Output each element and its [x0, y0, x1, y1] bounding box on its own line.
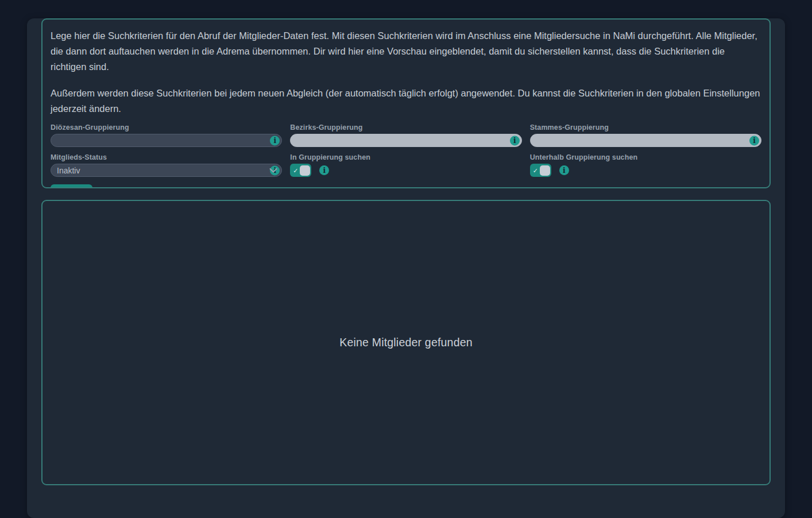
intro-paragraph-2: Außerdem werden diese Suchkriterien bei … [51, 86, 761, 117]
empty-results-message: Keine Mitglieder gefunden [339, 336, 473, 349]
results-panel: Keine Mitglieder gefunden [41, 200, 771, 485]
dioezesan-gruppierung-input[interactable] [51, 134, 282, 147]
bezirks-info-icon[interactable]: i [510, 136, 520, 145]
bezirks-gruppierung-input[interactable] [290, 134, 521, 147]
mitglieds-status-wrap: Inaktiv i [51, 164, 282, 177]
unterhalb-gruppierung-toggle[interactable]: ✓ [530, 164, 551, 177]
stammes-gruppierung-label: Stammes-Gruppierung [530, 123, 761, 132]
stammes-gruppierung-input[interactable] [530, 134, 761, 147]
mitglieds-status-value: Inaktiv [57, 166, 80, 175]
unterhalb-toggle-row: ✓ i [530, 164, 761, 177]
in-gruppierung-toggle-row: ✓ i [290, 164, 521, 177]
intro-paragraph-1: Lege hier die Suchkriterien für den Abru… [51, 28, 761, 75]
check-icon: ✓ [533, 167, 538, 173]
field-in-gruppierung-suchen: In Gruppierung suchen ✓ i [290, 153, 521, 177]
weiter-button[interactable]: WEITER [51, 184, 92, 188]
main-card: Lege hier die Suchkriterien für den Abru… [27, 18, 785, 518]
field-unterhalb-gruppierung-suchen: Unterhalb Gruppierung suchen ✓ i [530, 153, 761, 177]
toggle-knob [540, 165, 550, 176]
mitglieds-status-label: Mitglieds-Status [51, 153, 282, 161]
toggle-knob [300, 165, 310, 176]
field-stammes-gruppierung: Stammes-Gruppierung i [530, 123, 761, 147]
in-gruppierung-toggle[interactable]: ✓ [290, 164, 311, 177]
in-gruppierung-info-icon[interactable]: i [319, 165, 329, 175]
chevron-down-icon [269, 168, 277, 173]
bezirks-gruppierung-input-wrap: i [290, 134, 521, 147]
search-criteria-panel: Lege hier die Suchkriterien für den Abru… [41, 18, 771, 188]
field-dioezesan-gruppierung: Diözesan-Gruppierung i [51, 123, 282, 147]
check-icon: ✓ [293, 167, 298, 173]
dioezesan-gruppierung-input-wrap: i [51, 134, 282, 147]
unterhalb-info-icon[interactable]: i [559, 165, 569, 175]
dioezesan-gruppierung-label: Diözesan-Gruppierung [51, 123, 282, 132]
field-bezirks-gruppierung: Bezirks-Gruppierung i [290, 123, 521, 147]
mitglieds-status-select[interactable]: Inaktiv [51, 164, 282, 177]
bezirks-gruppierung-label: Bezirks-Gruppierung [290, 123, 521, 132]
intro-text: Lege hier die Suchkriterien für den Abru… [51, 28, 761, 117]
criteria-form: Diözesan-Gruppierung i Bezirks-Gruppieru… [51, 123, 761, 177]
unterhalb-gruppierung-suchen-label: Unterhalb Gruppierung suchen [530, 153, 761, 161]
in-gruppierung-suchen-label: In Gruppierung suchen [290, 153, 521, 161]
stammes-info-icon[interactable]: i [749, 136, 759, 145]
field-mitglieds-status: Mitglieds-Status Inaktiv i [51, 153, 282, 177]
dioezesan-info-icon[interactable]: i [270, 136, 280, 145]
stammes-gruppierung-input-wrap: i [530, 134, 761, 147]
